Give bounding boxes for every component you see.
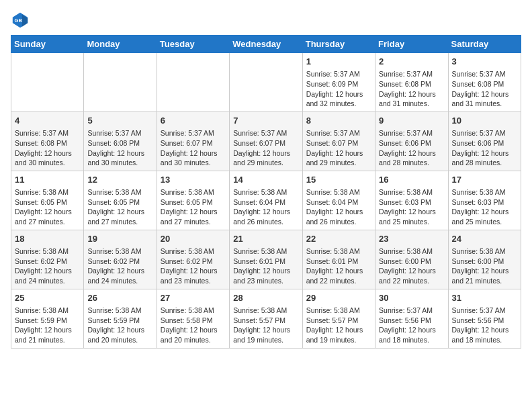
week-row-1: 1Sunrise: 5:37 AM Sunset: 6:09 PM Daylig… — [11, 53, 521, 112]
day-number: 5 — [87, 115, 152, 127]
calendar-cell: 16Sunrise: 5:38 AM Sunset: 6:03 PM Dayli… — [375, 171, 448, 230]
day-number: 16 — [379, 174, 444, 186]
calendar-cell: 14Sunrise: 5:38 AM Sunset: 6:04 PM Dayli… — [230, 171, 302, 230]
day-number: 9 — [379, 115, 444, 127]
calendar-cell: 23Sunrise: 5:38 AM Sunset: 6:00 PM Dayli… — [375, 230, 448, 289]
day-info: Sunrise: 5:37 AM Sunset: 6:08 PM Dayligh… — [452, 69, 517, 109]
calendar-cell: 18Sunrise: 5:38 AM Sunset: 6:02 PM Dayli… — [11, 230, 84, 289]
day-info: Sunrise: 5:37 AM Sunset: 5:56 PM Dayligh… — [452, 306, 517, 345]
calendar-cell: 24Sunrise: 5:38 AM Sunset: 6:00 PM Dayli… — [448, 230, 521, 289]
day-info: Sunrise: 5:38 AM Sunset: 6:02 PM Dayligh… — [161, 246, 226, 286]
day-number: 26 — [87, 292, 152, 304]
day-number: 1 — [306, 56, 371, 68]
day-info: Sunrise: 5:37 AM Sunset: 6:09 PM Dayligh… — [306, 69, 371, 109]
day-info: Sunrise: 5:37 AM Sunset: 6:08 PM Dayligh… — [15, 128, 80, 168]
calendar-cell: 9Sunrise: 5:37 AM Sunset: 6:06 PM Daylig… — [375, 111, 448, 171]
calendar-cell: 29Sunrise: 5:38 AM Sunset: 5:57 PM Dayli… — [302, 289, 375, 348]
calendar-cell: 20Sunrise: 5:38 AM Sunset: 6:02 PM Dayli… — [157, 230, 229, 289]
weekday-header-tuesday: Tuesday — [157, 36, 229, 53]
day-number: 3 — [452, 56, 517, 68]
day-info: Sunrise: 5:37 AM Sunset: 6:06 PM Dayligh… — [379, 128, 444, 168]
weekday-header-monday: Monday — [84, 36, 157, 53]
day-info: Sunrise: 5:37 AM Sunset: 6:07 PM Dayligh… — [161, 128, 226, 168]
calendar-cell: 11Sunrise: 5:38 AM Sunset: 6:05 PM Dayli… — [11, 171, 84, 230]
calendar-cell: 25Sunrise: 5:38 AM Sunset: 5:59 PM Dayli… — [11, 289, 84, 348]
day-info: Sunrise: 5:38 AM Sunset: 6:05 PM Dayligh… — [87, 187, 152, 227]
calendar-cell: 6Sunrise: 5:37 AM Sunset: 6:07 PM Daylig… — [157, 111, 229, 171]
weekday-header-wednesday: Wednesday — [230, 36, 302, 53]
day-info: Sunrise: 5:37 AM Sunset: 6:07 PM Dayligh… — [306, 128, 371, 168]
logo: GB — [11, 11, 32, 30]
day-info: Sunrise: 5:38 AM Sunset: 5:59 PM Dayligh… — [15, 306, 80, 345]
week-row-3: 11Sunrise: 5:38 AM Sunset: 6:05 PM Dayli… — [11, 171, 521, 230]
calendar-cell: 19Sunrise: 5:38 AM Sunset: 6:02 PM Dayli… — [84, 230, 157, 289]
day-number: 14 — [233, 174, 298, 186]
calendar-cell: 22Sunrise: 5:38 AM Sunset: 6:01 PM Dayli… — [302, 230, 375, 289]
day-number: 12 — [87, 174, 152, 186]
day-info: Sunrise: 5:37 AM Sunset: 6:06 PM Dayligh… — [452, 128, 517, 168]
day-number: 21 — [233, 233, 298, 245]
day-info: Sunrise: 5:38 AM Sunset: 6:01 PM Dayligh… — [306, 246, 371, 286]
day-number: 29 — [306, 292, 371, 304]
day-number: 20 — [161, 233, 226, 245]
calendar-cell: 3Sunrise: 5:37 AM Sunset: 6:08 PM Daylig… — [448, 53, 521, 112]
day-info: Sunrise: 5:38 AM Sunset: 6:00 PM Dayligh… — [452, 246, 517, 286]
day-number: 18 — [15, 233, 80, 245]
day-info: Sunrise: 5:38 AM Sunset: 6:04 PM Dayligh… — [306, 187, 371, 227]
day-info: Sunrise: 5:38 AM Sunset: 6:00 PM Dayligh… — [379, 246, 444, 286]
day-number: 15 — [306, 174, 371, 186]
calendar-cell: 10Sunrise: 5:37 AM Sunset: 6:06 PM Dayli… — [448, 111, 521, 171]
day-number: 8 — [306, 115, 371, 127]
week-row-4: 18Sunrise: 5:38 AM Sunset: 6:02 PM Dayli… — [11, 230, 521, 289]
calendar-cell: 7Sunrise: 5:37 AM Sunset: 6:07 PM Daylig… — [230, 111, 302, 171]
calendar-cell — [11, 53, 84, 112]
day-number: 22 — [306, 233, 371, 245]
day-number: 11 — [15, 174, 80, 186]
day-info: Sunrise: 5:38 AM Sunset: 6:03 PM Dayligh… — [452, 187, 517, 227]
day-number: 13 — [161, 174, 226, 186]
weekday-header-row: SundayMondayTuesdayWednesdayThursdayFrid… — [11, 36, 521, 53]
day-info: Sunrise: 5:38 AM Sunset: 6:02 PM Dayligh… — [15, 246, 80, 286]
day-number: 6 — [161, 115, 226, 127]
calendar-cell: 28Sunrise: 5:38 AM Sunset: 5:57 PM Dayli… — [230, 289, 302, 348]
day-info: Sunrise: 5:37 AM Sunset: 5:56 PM Dayligh… — [379, 306, 444, 345]
calendar-cell: 17Sunrise: 5:38 AM Sunset: 6:03 PM Dayli… — [448, 171, 521, 230]
day-info: Sunrise: 5:38 AM Sunset: 6:04 PM Dayligh… — [233, 187, 298, 227]
day-number: 19 — [87, 233, 152, 245]
day-info: Sunrise: 5:38 AM Sunset: 5:59 PM Dayligh… — [87, 306, 152, 345]
weekday-header-friday: Friday — [375, 36, 448, 53]
day-info: Sunrise: 5:38 AM Sunset: 6:02 PM Dayligh… — [87, 246, 152, 286]
day-number: 23 — [379, 233, 444, 245]
logo-icon: GB — [11, 11, 30, 30]
day-info: Sunrise: 5:37 AM Sunset: 6:08 PM Dayligh… — [379, 69, 444, 109]
week-row-5: 25Sunrise: 5:38 AM Sunset: 5:59 PM Dayli… — [11, 289, 521, 348]
calendar-cell: 12Sunrise: 5:38 AM Sunset: 6:05 PM Dayli… — [84, 171, 157, 230]
day-number: 31 — [452, 292, 517, 304]
day-info: Sunrise: 5:38 AM Sunset: 6:03 PM Dayligh… — [379, 187, 444, 227]
day-info: Sunrise: 5:38 AM Sunset: 5:57 PM Dayligh… — [233, 306, 298, 345]
calendar-cell: 26Sunrise: 5:38 AM Sunset: 5:59 PM Dayli… — [84, 289, 157, 348]
calendar-cell: 1Sunrise: 5:37 AM Sunset: 6:09 PM Daylig… — [302, 53, 375, 112]
calendar-cell: 31Sunrise: 5:37 AM Sunset: 5:56 PM Dayli… — [448, 289, 521, 348]
calendar: SundayMondayTuesdayWednesdayThursdayFrid… — [11, 35, 521, 349]
day-info: Sunrise: 5:38 AM Sunset: 5:57 PM Dayligh… — [306, 306, 371, 345]
weekday-header-sunday: Sunday — [11, 36, 84, 53]
calendar-cell — [230, 53, 302, 112]
day-number: 2 — [379, 56, 444, 68]
calendar-cell: 27Sunrise: 5:38 AM Sunset: 5:58 PM Dayli… — [157, 289, 229, 348]
calendar-cell: 13Sunrise: 5:38 AM Sunset: 6:05 PM Dayli… — [157, 171, 229, 230]
calendar-cell: 2Sunrise: 5:37 AM Sunset: 6:08 PM Daylig… — [375, 53, 448, 112]
day-number: 7 — [233, 115, 298, 127]
day-number: 4 — [15, 115, 80, 127]
svg-text:GB: GB — [15, 17, 23, 24]
weekday-header-saturday: Saturday — [448, 36, 521, 53]
header: GB — [11, 11, 521, 30]
day-number: 10 — [452, 115, 517, 127]
week-row-2: 4Sunrise: 5:37 AM Sunset: 6:08 PM Daylig… — [11, 111, 521, 171]
calendar-cell: 8Sunrise: 5:37 AM Sunset: 6:07 PM Daylig… — [302, 111, 375, 171]
weekday-header-thursday: Thursday — [302, 36, 375, 53]
calendar-cell: 4Sunrise: 5:37 AM Sunset: 6:08 PM Daylig… — [11, 111, 84, 171]
day-info: Sunrise: 5:38 AM Sunset: 6:05 PM Dayligh… — [161, 187, 226, 227]
calendar-cell: 15Sunrise: 5:38 AM Sunset: 6:04 PM Dayli… — [302, 171, 375, 230]
calendar-cell: 21Sunrise: 5:38 AM Sunset: 6:01 PM Dayli… — [230, 230, 302, 289]
